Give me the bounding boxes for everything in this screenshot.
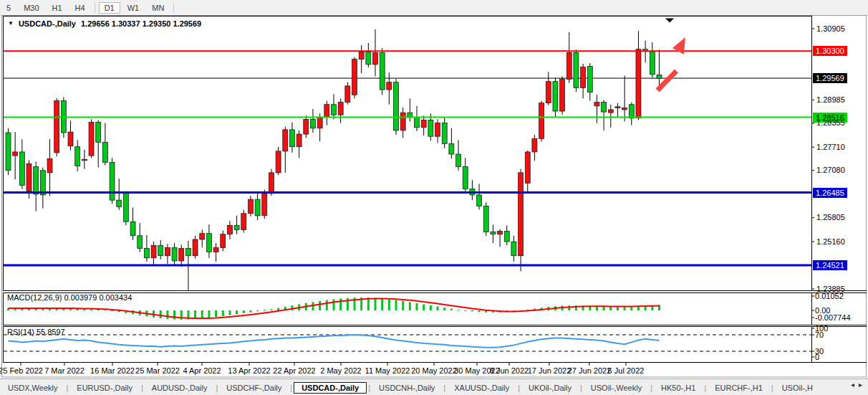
tab-scroll-nav[interactable]: ◂▸ (847, 381, 866, 389)
chart-tab-usoil-h[interactable]: USOil-,H (774, 382, 821, 394)
chart-title: ▼ USDCAD-,Daily 1.29656 1.30337 1.29350 … (8, 19, 201, 28)
chart-tab-audusd-daily[interactable]: AUDUSD-,Daily (144, 382, 216, 394)
chart-tab-xauusd-daily[interactable]: XAUUSD-,Daily (446, 382, 517, 394)
price-level-badge-blue: 1.24521 (813, 260, 847, 270)
price-axis-label: 1.30905 (816, 24, 845, 34)
chart-tab-usdcnh-daily[interactable]: USDCNH-,Daily (371, 382, 443, 394)
chart-tab-usdcad-daily[interactable]: USDCAD-,Daily (294, 382, 367, 394)
main-chart-panel (3, 29, 811, 290)
chart-tab-bar[interactable]: USDX,Weekly|EURUSD-,Daily|AUDUSD-,Daily|… (0, 379, 868, 395)
date-axis-label: 27 Jun 2022 (568, 366, 612, 375)
chart-tab-eurusd-daily[interactable]: EURUSD-,Daily (69, 382, 140, 394)
date-axis-label: 20 May 2022 (411, 366, 457, 375)
chart-tab-usoil-weekly[interactable]: USOil-,Weekly (583, 382, 650, 394)
date-axis-label: 7 Mar 2022 (44, 366, 85, 375)
chart-tab-usdchf-daily[interactable]: USDCHF-,Daily (218, 382, 289, 394)
panel-border (2, 16, 867, 378)
rsi-indicator-label: RSI(14) 55.8597 (7, 328, 65, 336)
date-axis-label: 6 Jul 2022 (608, 366, 645, 375)
price-level-badge-black: 1.29569 (813, 73, 847, 83)
date-axis-label: 11 May 2022 (365, 366, 410, 375)
date-axis-label: 13 Apr 2022 (228, 366, 270, 375)
date-axis-label: 17 Jun 2022 (528, 366, 572, 375)
price-axis-label: 1.28355 (816, 118, 845, 128)
panel-border (4, 16, 812, 291)
price-axis-label: 1.27710 (816, 143, 845, 152)
tab-divider: | (289, 384, 293, 392)
tab-scroll-right-icon[interactable]: ▸ (857, 381, 864, 389)
date-axis-label: 25 Mar 2022 (135, 366, 180, 375)
rsi-indicator (4, 335, 811, 351)
price-level-badge-blue: 1.26485 (813, 188, 847, 198)
chart-shift-marker-icon[interactable] (665, 19, 674, 23)
tab-scroll-left-icon[interactable]: ◂ (849, 381, 857, 389)
date-axis-label: 16 Mar 2022 (90, 366, 135, 375)
rsi-axis-label: 70 (815, 330, 824, 339)
symbol-dropdown-icon[interactable]: ▼ (8, 20, 14, 27)
price-axis-label: 1.25805 (816, 213, 845, 222)
trend-arrow-head[interactable] (672, 37, 685, 54)
candlestick-series (6, 29, 662, 290)
macd-indicator-label: MACD(12,26,9) 0.003979 0.003434 (7, 293, 132, 302)
chart-tab-eurchf-h1[interactable]: EURCHF-,H1 (707, 382, 771, 394)
trend-arrow-shaft[interactable] (657, 71, 677, 90)
chart-symbol: USDCAD-,Daily (19, 19, 76, 28)
rsi-axis-label: 0 (815, 353, 819, 361)
chart-ohlc-values: 1.29656 1.30337 1.29350 1.29569 (81, 19, 201, 28)
chart-tab-ukoil-daily[interactable]: UKOil-,Daily (521, 382, 579, 394)
price-axis-label: 1.25160 (816, 237, 845, 247)
date-axis-label: 2 May 2022 (320, 366, 361, 375)
chart-canvas[interactable] (0, 0, 868, 395)
price-level-badge-red: 1.30300 (813, 46, 847, 56)
chart-tab-hk50-h1[interactable]: HK50-,H1 (653, 382, 703, 394)
macd-axis-label: 0.01052 (815, 292, 844, 300)
rsi-line (9, 335, 660, 348)
price-axis-label: 1.28985 (816, 95, 845, 105)
date-axis-label: 25 Feb 2022 (0, 366, 43, 375)
price-axis-label: 1.27080 (816, 166, 845, 175)
macd-axis-label: -0.007744 (815, 313, 851, 322)
date-axis-label: 8 Jun 2022 (490, 366, 529, 375)
chart-tab-usdx-weekly[interactable]: USDX,Weekly (0, 382, 65, 394)
date-axis-label: 22 Apr 2022 (273, 366, 315, 375)
date-axis-label: 4 Apr 2022 (183, 366, 221, 375)
